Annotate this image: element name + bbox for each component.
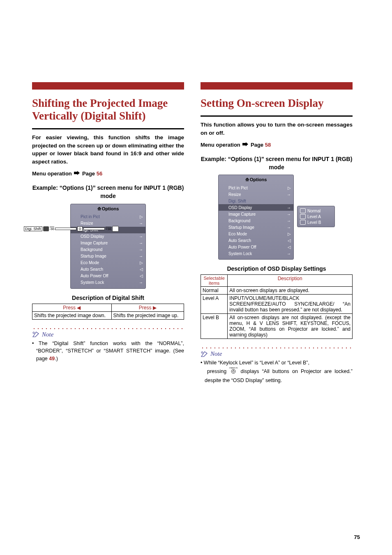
note-divider: [32, 327, 184, 330]
osd-menu: ⟰ Options Pict in Pict▷ Resize→ Digi. Sh…: [218, 175, 294, 260]
svg-point-1: [33, 332, 35, 334]
table-cell: Shifts the projected image down.: [32, 311, 112, 319]
menu-operation-ref: Menu operation Page 58: [201, 142, 353, 148]
page-number-link[interactable]: 58: [265, 142, 271, 148]
table-header: Press ▶: [111, 304, 184, 311]
osd-menu: ⟰ Options Pict in Pict▷ Resize→ Digi. Sh…: [70, 204, 146, 289]
osd-item: Image Capture→: [219, 211, 293, 217]
osd-item: System Lock→: [71, 279, 145, 286]
table-cell: Normal: [201, 287, 228, 295]
note-body: • The “Digital Shift” function works wit…: [32, 340, 184, 363]
note-icon: [32, 331, 40, 338]
svg-marker-2: [242, 142, 248, 146]
osd-item: Pict in Pict▷: [219, 184, 293, 191]
section-bar: [32, 82, 184, 90]
page-number: 75: [354, 534, 360, 540]
osd-item: OSD Display→: [71, 233, 145, 240]
note-heading: Note: [201, 350, 353, 357]
example-heading: Example: “Options (1)” screen menu for I…: [32, 184, 184, 200]
note-heading: Note: [32, 331, 184, 338]
osd-item: Digi. Shift: [219, 198, 293, 204]
lead-paragraph: For easier viewing, this function shifts…: [32, 134, 184, 166]
divider: [201, 115, 353, 117]
flyout-item: Level A: [297, 214, 334, 219]
divider: [32, 128, 184, 129]
osd-item: Resize→: [219, 191, 293, 198]
osd-item: Eco Mode▷: [71, 260, 145, 266]
osd-flyout: Normal Level A Level B: [297, 206, 335, 227]
page-number-link[interactable]: 56: [97, 170, 102, 177]
menu-operation-ref: Menu operation Page 56: [32, 170, 184, 177]
table-row: Normal All on-screen displays are displa…: [201, 287, 353, 295]
osd-item: Auto Power Off◁: [219, 244, 293, 250]
digital-shift-table: Press ◀ Press ▶ Shifts the projected ima…: [32, 304, 184, 320]
manual-page: Shifting the Projected Image Vertically …: [0, 0, 392, 555]
osd-item: Background→: [219, 217, 293, 224]
page-label: Page: [82, 170, 95, 177]
table-heading: Description of OSD Display Settings: [201, 265, 353, 272]
table-row: Level A INPUT/VOLUME/MUTE/BLACK SCREEN/F…: [201, 295, 353, 314]
osd-item: System Lock→: [219, 250, 293, 257]
menuop-prefix: Menu operation: [32, 170, 72, 177]
note-icon: [201, 351, 209, 357]
osd-item: Auto Search◁: [219, 237, 293, 244]
table-row: Level B All on-screen displays are not d…: [201, 314, 353, 339]
left-column: Shifting the Projected Image Vertically …: [32, 82, 184, 385]
osd-item: Auto Search◁: [71, 266, 145, 273]
example-heading: Example: “Options (1)” screen menu for I…: [201, 155, 353, 171]
osd-item: Startup Image→: [71, 253, 145, 260]
osd-item: Auto Power Off◁: [71, 273, 145, 279]
svg-point-3: [201, 352, 203, 353]
svg-marker-0: [74, 171, 80, 175]
flyout-item: Normal: [297, 208, 334, 214]
osd-title: ⟰ Options: [219, 176, 293, 184]
osd-item: Background→: [71, 246, 145, 253]
section-title: Shifting the Projected Image Vertically …: [32, 97, 184, 122]
table-cell: INPUT/VOLUME/MUTE/BLACK SCREEN/FREEZE/AU…: [228, 295, 353, 314]
table-heading: Description of Digital Shift: [32, 295, 184, 301]
table-cell: Level A: [201, 295, 228, 314]
table-cell: All on-screen displays are displayed.: [228, 287, 353, 295]
osd-item: Image Capture→: [71, 240, 145, 246]
table-cell: All on-screen displays are not displayed…: [228, 314, 353, 339]
osd-title: ⟰ Options: [71, 205, 145, 214]
flyout-item: Level B: [297, 219, 334, 225]
svg-text:STANDBY-ON: STANDBY-ON: [229, 367, 238, 369]
standby-on-icon: STANDBY-ON: [229, 366, 238, 376]
osd-item: Pict in Pict▷: [71, 214, 145, 220]
table-cell: Level B: [201, 314, 228, 339]
lead-paragraph: This function allows you to turn the on-…: [201, 121, 353, 137]
arrow-right-icon: [242, 143, 248, 147]
right-column: Setting On-screen Display This function …: [201, 82, 353, 385]
note-divider: [201, 346, 353, 350]
table-header: Description: [228, 275, 353, 287]
table-cell: Shifts the projected image up.: [111, 311, 184, 319]
osd-item: Eco Mode▷: [219, 230, 293, 237]
arrow-right-icon: [74, 171, 80, 175]
section-title: Setting On-screen Display: [201, 97, 353, 110]
osd-item: Startup Image→: [219, 224, 293, 230]
section-bar: [201, 82, 353, 90]
osd-item-selected: OSD Display→: [219, 204, 293, 211]
table-header: Press ◀: [32, 304, 112, 311]
table-header: Selectable items: [201, 275, 228, 287]
digi-shift-slider: Digi. Shift -96 0 +96: [24, 226, 192, 232]
page-number-link[interactable]: 49: [49, 356, 55, 362]
osd-settings-table: Selectable items Description Normal All …: [201, 274, 353, 339]
note-body: • While “Keylock Level” is “Level A” or …: [201, 359, 353, 384]
